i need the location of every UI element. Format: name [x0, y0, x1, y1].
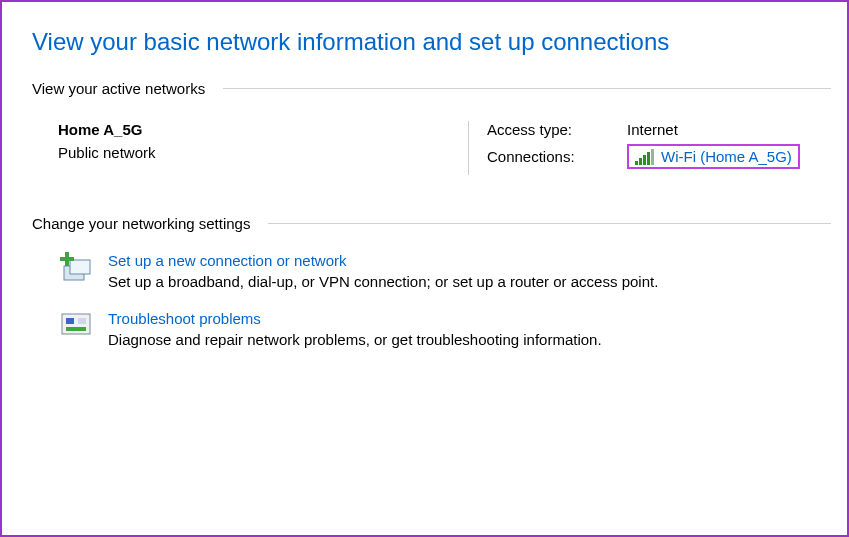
svg-rect-4 [60, 257, 74, 261]
svg-rect-6 [66, 318, 74, 324]
troubleshoot-option[interactable]: Troubleshoot problems Diagnose and repai… [60, 310, 831, 348]
connection-link-highlighted[interactable]: Wi-Fi (Home A_5G) [627, 144, 800, 169]
svg-rect-8 [66, 327, 86, 331]
access-type-label: Access type: [487, 121, 627, 138]
network-name: Home A_5G [58, 121, 468, 138]
active-networks-header: View your active networks [32, 80, 831, 97]
settings-label: Change your networking settings [32, 215, 250, 232]
vertical-divider [468, 121, 469, 175]
svg-rect-7 [78, 318, 86, 324]
troubleshoot-icon [60, 310, 94, 344]
settings-header: Change your networking settings [32, 215, 831, 232]
svg-rect-1 [70, 260, 90, 274]
setup-connection-icon [60, 252, 94, 286]
divider-line [268, 223, 831, 224]
troubleshoot-desc: Diagnose and repair network problems, or… [108, 331, 602, 348]
divider-line [223, 88, 831, 89]
connections-label: Connections: [487, 148, 627, 165]
setup-connection-title[interactable]: Set up a new connection or network [108, 252, 658, 269]
setup-connection-option[interactable]: Set up a new connection or network Set u… [60, 252, 831, 290]
network-identity: Home A_5G Public network [58, 121, 468, 175]
page-title: View your basic network information and … [32, 28, 831, 56]
active-networks-panel: Home A_5G Public network Access type: In… [58, 121, 831, 175]
active-networks-label: View your active networks [32, 80, 205, 97]
network-details: Access type: Internet Connections: Wi-Fi… [487, 121, 800, 175]
network-type: Public network [58, 144, 468, 161]
connection-link[interactable]: Wi-Fi (Home A_5G) [661, 148, 792, 165]
setup-connection-desc: Set up a broadband, dial-up, or VPN conn… [108, 273, 658, 290]
access-type-value: Internet [627, 121, 678, 138]
troubleshoot-title[interactable]: Troubleshoot problems [108, 310, 602, 327]
wifi-signal-icon [635, 149, 655, 165]
